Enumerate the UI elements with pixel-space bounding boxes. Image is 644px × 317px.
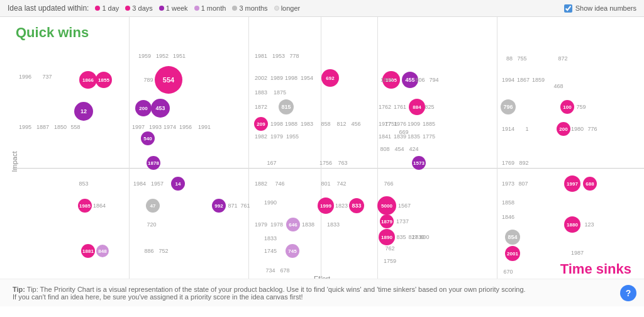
bubble-5000[interactable]: 5000 bbox=[377, 196, 396, 215]
legend-longer: longer bbox=[274, 4, 301, 12]
num-1980: 1980 bbox=[571, 126, 584, 132]
bubble-815[interactable]: 815 bbox=[279, 99, 294, 114]
num-1859: 1859 bbox=[532, 77, 545, 83]
bubble-796[interactable]: 796 bbox=[501, 99, 516, 114]
bubble-1999[interactable]: 1999 bbox=[318, 197, 334, 214]
num-871: 871 bbox=[228, 203, 237, 209]
bubble-745[interactable]: 745 bbox=[286, 244, 299, 258]
bubble-646[interactable]: 646 bbox=[286, 218, 300, 231]
num-1994: 1994 bbox=[502, 77, 514, 83]
num-1830: 1830 bbox=[412, 234, 425, 240]
bubble-554[interactable]: 554 bbox=[155, 66, 182, 94]
num-167: 167 bbox=[267, 160, 276, 166]
num-1996: 1996 bbox=[19, 74, 31, 80]
num-1995: 1995 bbox=[19, 124, 31, 130]
num-88: 88 bbox=[506, 55, 513, 62]
num-670: 670 bbox=[503, 269, 513, 275]
bubble-1890[interactable]: 1890 bbox=[379, 229, 395, 245]
num-1991a: 1991 bbox=[198, 124, 211, 130]
vdiv3 bbox=[321, 17, 321, 281]
help-button[interactable]: ? bbox=[620, 285, 636, 301]
num-872: 872 bbox=[558, 55, 567, 62]
num-752: 752 bbox=[158, 248, 168, 254]
bubble-1855[interactable]: 1855 bbox=[96, 72, 112, 88]
num-1775: 1775 bbox=[423, 133, 435, 140]
num-1833a: 1833 bbox=[264, 235, 277, 242]
bubble-47[interactable]: 47 bbox=[146, 199, 160, 213]
num-1838: 1838 bbox=[302, 221, 314, 228]
num-1951: 1951 bbox=[173, 53, 186, 59]
bubble-688[interactable]: 688 bbox=[583, 177, 597, 191]
bubble-1573[interactable]: 1573 bbox=[412, 156, 426, 170]
bubble-1866[interactable]: 1866 bbox=[79, 71, 97, 89]
num-1990: 1990 bbox=[264, 199, 277, 206]
bubble-1881[interactable]: 1881 bbox=[81, 244, 95, 258]
num-669: 669 bbox=[399, 129, 408, 135]
num-766: 766 bbox=[384, 181, 393, 187]
num-1987: 1987 bbox=[571, 250, 584, 256]
legend-3days: 3 days bbox=[125, 4, 152, 12]
bubble-1880[interactable]: 1880 bbox=[564, 216, 580, 233]
bubble-992[interactable]: 992 bbox=[212, 199, 226, 213]
num-1872: 1872 bbox=[255, 104, 267, 110]
legend: Idea last updated within: 1 day 3 days 1… bbox=[8, 4, 300, 13]
num-1993: 1993 bbox=[149, 124, 162, 130]
vdiv5 bbox=[497, 17, 497, 281]
num-1998a: 1998 bbox=[285, 75, 297, 81]
legend-3months: 3 months bbox=[232, 4, 267, 12]
num-1982: 1982 bbox=[255, 133, 267, 140]
num-806: 806 bbox=[415, 77, 425, 83]
legend-1week: 1 week bbox=[159, 4, 188, 12]
num-1954: 1954 bbox=[301, 75, 313, 81]
tip-line2: If you can't find an idea here, be sure … bbox=[13, 293, 631, 301]
show-numbers-control[interactable]: Show idea numbers bbox=[564, 4, 636, 13]
num-1875: 1875 bbox=[274, 89, 286, 96]
num-424: 424 bbox=[409, 146, 418, 152]
num-454: 454 bbox=[394, 146, 404, 152]
num-558: 558 bbox=[70, 124, 80, 130]
bubble-848[interactable]: 848 bbox=[96, 245, 109, 257]
num-1762: 1762 bbox=[379, 104, 391, 110]
bubble-854[interactable]: 854 bbox=[505, 230, 520, 245]
num-1835: 1835 bbox=[408, 133, 420, 140]
num-858: 858 bbox=[321, 121, 330, 127]
bubble-12[interactable]: 12 bbox=[74, 102, 93, 121]
bubble-1878[interactable]: 1878 bbox=[147, 156, 160, 170]
num-1909: 1909 bbox=[408, 121, 420, 127]
num-1976: 1976 bbox=[394, 121, 406, 127]
bubble-200[interactable]: 200 bbox=[135, 100, 152, 116]
num-1865: 1865 bbox=[380, 77, 393, 83]
bubble-2001[interactable]: 2001 bbox=[505, 246, 520, 261]
num-720: 720 bbox=[147, 221, 156, 228]
num-1841: 1841 bbox=[379, 133, 391, 140]
num-1973: 1973 bbox=[502, 181, 514, 187]
bubble-209[interactable]: 209 bbox=[254, 117, 268, 131]
num-1957: 1957 bbox=[151, 181, 164, 187]
num-1988: 1988 bbox=[285, 121, 297, 127]
bubble-100-r[interactable]: 100 bbox=[560, 100, 574, 114]
bubble-540[interactable]: 540 bbox=[141, 131, 155, 145]
bubble-1879[interactable]: 1879 bbox=[380, 214, 394, 228]
y-axis-label: Impact bbox=[11, 151, 18, 172]
num-1989: 1989 bbox=[270, 75, 283, 81]
bubble-833[interactable]: 833 bbox=[349, 198, 364, 213]
num-1914: 1914 bbox=[502, 126, 514, 132]
legend-title: Idea last updated within: bbox=[8, 4, 89, 13]
num-1883: 1883 bbox=[255, 89, 267, 96]
bubble-884[interactable]: 884 bbox=[409, 99, 425, 115]
legend-1day: 1 day bbox=[95, 4, 119, 12]
num-762: 762 bbox=[385, 245, 394, 252]
num-801: 801 bbox=[321, 181, 330, 187]
num-1833b: 1833 bbox=[327, 221, 340, 228]
bubble-14[interactable]: 14 bbox=[171, 177, 185, 191]
num-853: 853 bbox=[79, 181, 88, 187]
bubble-200r[interactable]: 200 bbox=[557, 122, 570, 136]
bubble-453[interactable]: 453 bbox=[151, 99, 170, 118]
bubble-1985[interactable]: 1985 bbox=[78, 199, 92, 213]
bubble-1997[interactable]: 1997 bbox=[564, 175, 580, 192]
bubble-692[interactable]: 692 bbox=[321, 69, 339, 87]
num-1858: 1858 bbox=[502, 199, 514, 206]
show-numbers-checkbox[interactable] bbox=[564, 4, 572, 13]
num-123: 123 bbox=[584, 221, 594, 228]
vdiv2 bbox=[248, 17, 249, 281]
